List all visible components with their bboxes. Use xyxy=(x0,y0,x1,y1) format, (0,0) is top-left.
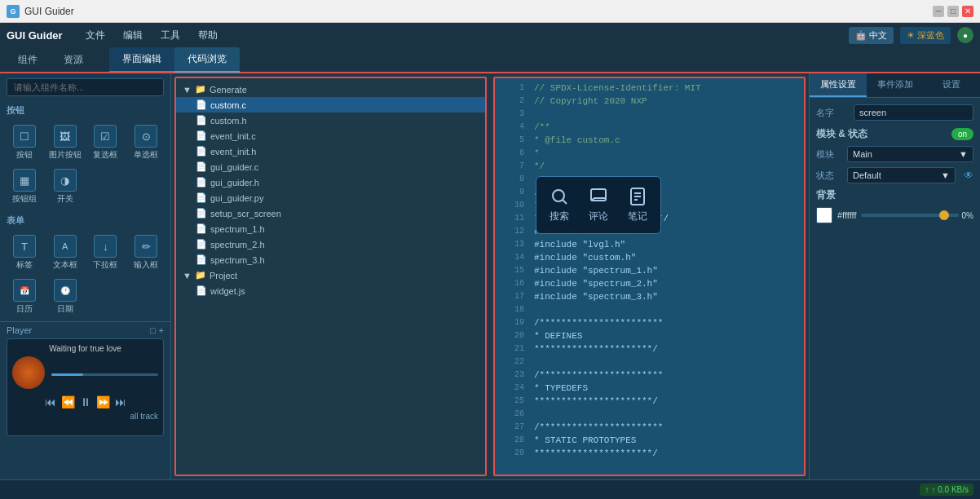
visibility-toggle[interactable]: 👁 xyxy=(964,170,973,181)
line-number: 14 xyxy=(501,251,524,264)
prev-button[interactable]: ⏮ xyxy=(45,395,56,408)
file-icon: 📄 xyxy=(196,130,207,141)
theme-button[interactable]: ☀ 深蓝色 xyxy=(900,27,951,44)
line-code-text: #include "lvgl.h" xyxy=(534,238,625,251)
code-line: 13#include "lvgl.h" xyxy=(495,238,804,251)
menu-file[interactable]: 文件 xyxy=(77,25,113,46)
popup-note[interactable]: 笔记 xyxy=(628,187,647,223)
popup-comment[interactable]: 评论 xyxy=(589,187,608,223)
file-custom-c[interactable]: 📄 custom.c xyxy=(176,97,485,113)
file-icon: 📄 xyxy=(196,99,207,110)
state-row: 状态 Default ▼ 👁 xyxy=(816,167,973,183)
file-event-init-h[interactable]: 📄 event_init.h xyxy=(176,144,485,159)
tab-components[interactable]: 组件 xyxy=(5,48,51,72)
rewind-button[interactable]: ⏪ xyxy=(61,395,75,408)
maximize-button[interactable]: □ xyxy=(947,6,959,17)
line-code-text: /** xyxy=(534,121,550,134)
tab-settings[interactable]: 设置 xyxy=(923,73,980,97)
slider-thumb xyxy=(939,210,949,220)
play-pause-button[interactable]: ⏸ xyxy=(80,395,91,408)
module-row: 模块 Main ▼ xyxy=(816,146,973,162)
line-number: 27 xyxy=(501,421,524,434)
comp-btngroup[interactable]: ▦ 按钮组 xyxy=(5,166,44,208)
menu-bar: GUI Guider 文件 编辑 工具 帮助 🤖 中文 ☀ 深蓝色 ● xyxy=(0,23,980,47)
next-button[interactable]: ⏭ xyxy=(115,395,126,408)
folder-icon: 📁 xyxy=(195,270,206,280)
code-editor[interactable]: 1// SPDX-License-Identifier: MIT2// Copy… xyxy=(493,77,806,476)
folder-icon: 📁 xyxy=(195,84,206,95)
tab-properties[interactable]: 属性设置 xyxy=(810,73,867,97)
ai-icon: 🤖 xyxy=(855,30,867,41)
comp-switch[interactable]: ◑ 开关 xyxy=(46,166,85,208)
player-add-button[interactable]: □ xyxy=(150,325,156,335)
chevron-down-icon: ▼ xyxy=(941,170,950,180)
file-icon: 📄 xyxy=(196,239,207,250)
file-gui-guider-py[interactable]: 📄 gui_guider.py xyxy=(176,190,485,205)
imgbtn-icon: 🖼 xyxy=(54,125,77,148)
file-gui-guider-h[interactable]: 📄 gui_guider.h xyxy=(176,174,485,190)
code-line: 29 **********************/ xyxy=(495,447,804,460)
file-event-init-c[interactable]: 📄 event_init.c xyxy=(176,128,485,144)
comp-radio[interactable]: ⊙ 单选框 xyxy=(126,121,166,164)
file-icon: 📄 xyxy=(196,254,207,265)
line-number: 29 xyxy=(501,447,524,460)
tab-ui-editor[interactable]: 界面编辑 xyxy=(109,47,174,73)
file-spectrum-2[interactable]: 📄 spectrum_2.h xyxy=(176,236,485,252)
network-button[interactable]: ● xyxy=(957,27,973,43)
comp-date[interactable]: 🕐 日期 xyxy=(46,276,85,318)
comp-button[interactable]: ☐ 按钮 xyxy=(5,121,44,164)
player-box: Waiting for true love ⏮ ⏪ ⏸ ⏩ ⏭ xyxy=(7,338,164,436)
left-panel: 按钮 ☐ 按钮 🖼 图片按钮 ☑ 复选框 ⊙ 单选框 ▦ 按钮组 xyxy=(0,73,171,479)
search-input[interactable] xyxy=(7,78,164,96)
toggle-on[interactable]: on xyxy=(951,128,973,140)
module-select[interactable]: Main ▼ xyxy=(847,146,973,162)
file-spectrum-3[interactable]: 📄 spectrum_3.h xyxy=(176,252,485,267)
menu-help[interactable]: 帮助 xyxy=(190,25,226,46)
comp-textarea[interactable]: A 文本框 xyxy=(46,232,85,274)
comp-dropdown[interactable]: ↓ 下拉框 xyxy=(86,232,126,274)
tab-resources[interactable]: 资源 xyxy=(51,48,96,72)
file-gui-guider-c[interactable]: 📄 gui_guider.c xyxy=(176,159,485,174)
comp-calendar[interactable]: 📅 日历 xyxy=(5,276,44,318)
popup-overlay: 搜索 评论 笔记 xyxy=(536,176,661,234)
line-code-text: // SPDX-License-Identifier: MIT xyxy=(534,82,701,95)
form-grid: T 标签 A 文本框 ↓ 下拉框 ✏ 输入框 📅 日历 🕐 日期 xyxy=(0,228,170,321)
forward-button[interactable]: ⏩ xyxy=(96,395,110,408)
language-button[interactable]: 🤖 中文 xyxy=(849,27,894,44)
label-icon: T xyxy=(13,235,36,258)
folder-generate[interactable]: ▼ 📁 Generate xyxy=(176,82,485,97)
tab-code-browser[interactable]: 代码浏览 xyxy=(174,47,240,73)
comp-checkbox[interactable]: ☑ 复选框 xyxy=(86,121,126,164)
module-title: 模块 & 状态 xyxy=(816,127,867,141)
popup-search[interactable]: 搜索 xyxy=(550,187,569,223)
menu-edit[interactable]: 编辑 xyxy=(115,25,151,46)
minimize-button[interactable]: ─ xyxy=(933,6,944,17)
code-line: 2// Copyright 2020 NXP xyxy=(495,95,804,108)
menu-tools[interactable]: 工具 xyxy=(152,25,188,46)
comp-label[interactable]: T 标签 xyxy=(5,232,44,274)
close-button[interactable]: ✕ xyxy=(962,6,973,17)
line-code-text: /*********************** xyxy=(534,421,663,434)
radio-icon: ⊙ xyxy=(135,125,157,148)
file-setup-scr[interactable]: 📄 setup_scr_screen xyxy=(176,205,485,221)
bg-section-header: 背景 xyxy=(816,188,973,202)
comp-imgbtn[interactable]: 🖼 图片按钮 xyxy=(46,121,85,164)
comp-input[interactable]: ✏ 输入框 xyxy=(126,232,166,274)
note-icon xyxy=(628,187,647,206)
tab-events[interactable]: 事件添加 xyxy=(867,73,924,97)
search-icon xyxy=(550,187,569,206)
file-custom-h[interactable]: 📄 custom.h xyxy=(176,113,485,128)
file-spectrum-1[interactable]: 📄 spectrum_1.h xyxy=(176,221,485,236)
code-line: 7 */ xyxy=(495,160,804,173)
folder-project[interactable]: ▼ 📁 Project xyxy=(176,267,485,283)
state-select[interactable]: Default ▼ xyxy=(847,167,956,183)
color-swatch[interactable] xyxy=(816,207,832,223)
file-icon: 📄 xyxy=(196,115,207,126)
opacity-slider[interactable]: 0% xyxy=(861,211,973,220)
bg-color-row: #ffffff 0% xyxy=(816,207,973,223)
name-value[interactable]: screen xyxy=(854,104,973,121)
code-line: 19/*********************** xyxy=(495,316,804,329)
module-section-header: 模块 & 状态 on xyxy=(816,127,973,141)
file-widget-js[interactable]: 📄 widget.js xyxy=(176,283,485,298)
player-new-button[interactable]: + xyxy=(159,325,164,335)
